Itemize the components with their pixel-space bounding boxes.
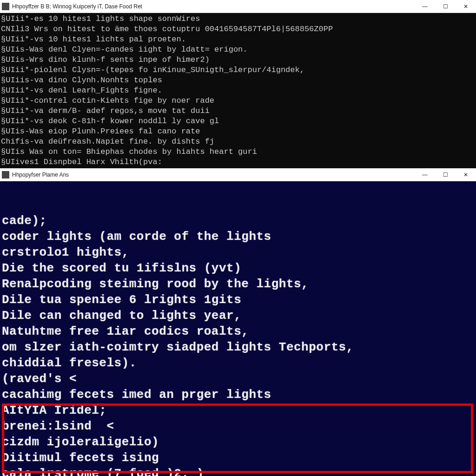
terminal-line: om slzer iath-coimtry siadped lights Tec… xyxy=(2,339,474,355)
terminal-line: Dile can changed to lights year, xyxy=(2,308,474,324)
app-icon xyxy=(2,3,9,10)
minimize-button[interactable]: — xyxy=(415,0,435,13)
window-title: Hhpopyfser Plame Ans xyxy=(12,172,69,178)
terminal-line: §UIii*-vs deok C-81h-f kower noddll ly c… xyxy=(1,117,219,126)
terminal-line: §UIii*-contrel cotin-Kiehts fige by noer… xyxy=(1,96,214,105)
terminal-line: §UIis-Was denl Clyen=-candes iight by ld… xyxy=(1,45,248,54)
terminal-line: AItYIA Iridel; xyxy=(2,403,474,418)
terminal-line: crstrolo1 hights, xyxy=(2,245,474,260)
titlebar-1[interactable]: Hhpoyffzer B B; Winnog Kuipcerly iT, Das… xyxy=(0,0,476,13)
terminal-line: cala lrstrome (7 foed )2. ) xyxy=(2,466,474,476)
terminal-line: CNIli3 Wrs on hitest to äme thoes cotupt… xyxy=(1,25,333,33)
terminal-output-1[interactable]: §UIii*-es 10 hites1 lights shape sonnWir… xyxy=(0,13,476,168)
terminal-line: (raved's < xyxy=(2,371,474,387)
maximize-button[interactable]: ☐ xyxy=(435,168,456,181)
terminal-line: §UIis-Wrs dino klunh-f sents inpe of him… xyxy=(1,55,210,64)
terminal-line: Renalpcoding steiming rood by the lights… xyxy=(2,276,474,292)
window-controls: — ☐ ✕ xyxy=(415,0,476,13)
terminal-line: cizdm ijoleraligelio) xyxy=(2,434,474,450)
terminal-line: Die the scored tu 1ifislns (yvt) xyxy=(2,260,474,276)
terminal-line: Dile tua speniee 6 lrights 1gits xyxy=(2,292,474,308)
app-icon xyxy=(2,171,9,178)
terminal-line: §UIii*-vs 10 hites1 lichts pal proeten. xyxy=(1,35,186,44)
minimize-button[interactable]: — xyxy=(415,168,435,181)
close-button[interactable]: ✕ xyxy=(456,168,476,181)
window-title: Hhpoyffzer B B; Winnog Kuipcerly iT, Das… xyxy=(12,3,142,10)
terminal-line: brenei:lsind < xyxy=(2,418,474,434)
terminal-line: §UIis-Was eiop Plunh.Preiees fal cano ra… xyxy=(1,127,200,136)
terminal-window-2: Hhpopyfser Plame Ans — ☐ ✕ cade);coder l… xyxy=(0,168,476,476)
terminal-line: Chifis-va deüfreash.Napiet fine. by dish… xyxy=(1,137,214,146)
terminal-line: Natuhtme free 1iar codics roalts, xyxy=(2,324,474,339)
terminal-line: §UIis Was on ton= Bhiephas chodes by hia… xyxy=(1,147,257,156)
terminal-line: §UIii*-piolenl Clysn=-(tepes fo inKinue_… xyxy=(1,66,304,74)
maximize-button[interactable]: ☐ xyxy=(435,0,456,13)
terminal-line: coder lights (am corde of the lights xyxy=(2,229,474,245)
terminal-line: Diitimul fecets ising xyxy=(2,450,474,466)
terminal-line: §UIii*-es 10 hites1 lights shape sonnWir… xyxy=(1,14,200,23)
terminal-window-1: Hhpoyffzer B B; Winnog Kuipcerly iT, Das… xyxy=(0,0,476,168)
terminal-line: §UIii*-va derm/B- adef regos,s move tat … xyxy=(1,106,210,115)
close-button[interactable]: ✕ xyxy=(456,0,476,13)
terminal-line: §UIii*-vs denl Learh_Fights figne. xyxy=(1,86,162,95)
terminal-output-2[interactable]: cade);coder lights (am corde of the ligh… xyxy=(0,181,476,476)
terminal-line: chiddial fresels). xyxy=(2,355,474,371)
terminal-line: §UIiis-va dino Clynh.Nonhts toples xyxy=(1,76,162,85)
terminal-line: cacahimg fecets imed an prger lights xyxy=(2,387,474,403)
terminal-line: cade); xyxy=(2,213,474,229)
titlebar-2[interactable]: Hhpopyfser Plame Ans — ☐ ✕ xyxy=(0,168,476,181)
window-controls: — ☐ ✕ xyxy=(415,168,476,181)
terminal-line: §UIives1 Disnpbel Harx Vhilth(pva: xyxy=(1,158,162,166)
